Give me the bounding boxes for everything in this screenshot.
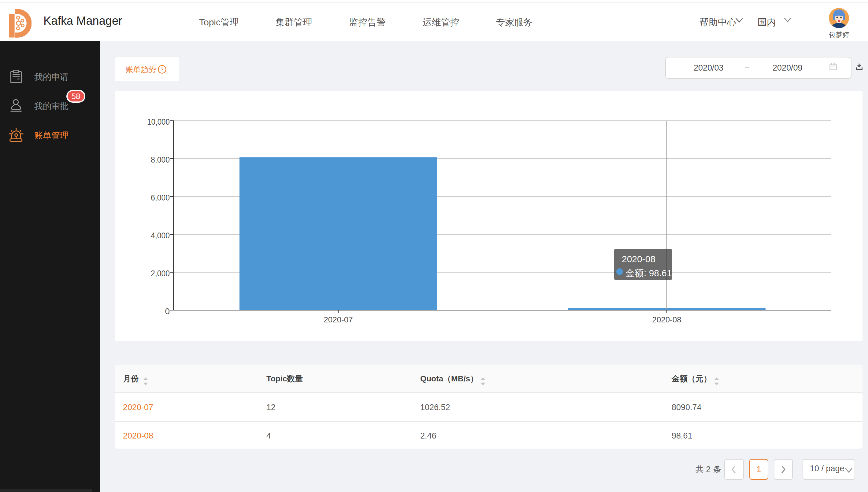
svg-text:2020-07: 2020-07 (324, 315, 353, 324)
svg-text:金额: 98.61: 金额: 98.61 (626, 268, 672, 278)
svg-text:2020-08: 2020-08 (652, 315, 681, 324)
svg-text:8,000: 8,000 (151, 155, 170, 165)
svg-text:6,000: 6,000 (151, 193, 170, 202)
svg-text:2,000: 2,000 (151, 269, 170, 278)
svg-text:?: ? (161, 67, 163, 72)
svg-text:2020-08: 2020-08 (622, 254, 655, 264)
svg-text:0: 0 (165, 306, 170, 316)
svg-text:4,000: 4,000 (151, 231, 170, 240)
svg-text:10,000: 10,000 (147, 117, 170, 126)
